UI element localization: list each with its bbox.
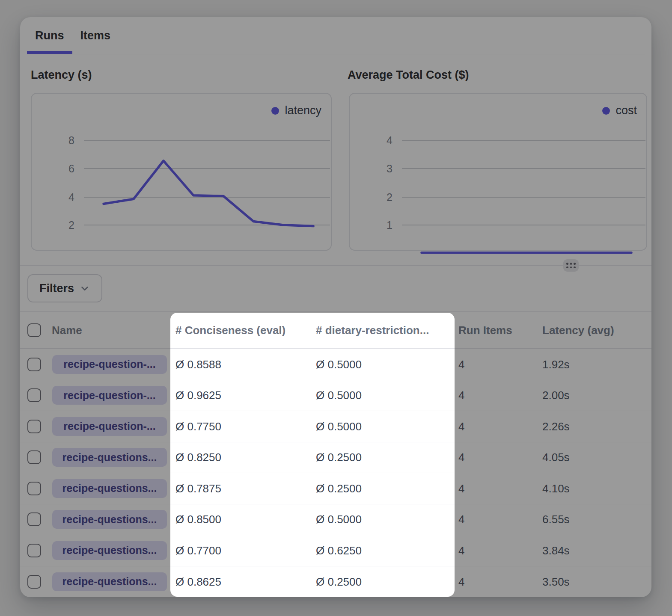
svg-text:2: 2 [68,219,74,231]
row-checkbox[interactable] [27,512,41,526]
latency-avg-value: 1.92s [542,358,570,371]
tab-bar: Runs Items [27,17,645,54]
tab-items[interactable]: Items [72,17,119,54]
run-name-badge[interactable]: recipe-questions... [52,572,167,591]
run-items-value: 4 [458,482,464,495]
row-checkbox[interactable] [27,575,41,589]
row-checkbox[interactable] [27,358,41,371]
table-body: recipe-question-... Ø 0.8588 Ø 0.5000 4 … [20,349,651,597]
table-row: recipe-questions... Ø 0.8250 Ø 0.2500 4 … [20,442,651,474]
tab-items-label: Items [80,29,111,42]
latency-avg-value: 6.55s [542,513,570,526]
latency-avg-value: 3.84s [542,544,570,557]
table-row: recipe-question-... Ø 0.9625 Ø 0.5000 4 … [20,380,651,412]
cost-chart-title: Average Total Cost ($) [348,68,469,82]
dietary-restriction-score-value: Ø 0.2500 [316,451,362,464]
dietary-restriction-score-value: Ø 0.2500 [316,575,362,588]
row-checkbox[interactable] [27,420,41,433]
latency-avg-value: 4.05s [542,451,570,464]
run-name-badge[interactable]: recipe-questions... [52,510,167,529]
latency-chart-title: Latency (s) [31,68,92,82]
column-header-conciseness[interactable]: # Conciseness (eval) [175,324,285,337]
tab-runs-label: Runs [35,29,64,42]
cost-line-chart: 4321 [350,94,648,252]
cost-legend-dot-icon [602,107,610,115]
section-divider [20,265,651,266]
dietary-restriction-score-value: Ø 0.5000 [316,358,362,371]
screen: Runs Items Latency (s) Average Total Cos… [0,0,672,616]
svg-text:8: 8 [68,134,74,146]
select-all-checkbox[interactable] [27,323,41,337]
latency-line-chart: 8642 [32,94,333,252]
latency-avg-value: 3.50s [542,575,570,588]
cost-legend: cost [602,104,637,117]
dietary-restriction-score-value: Ø 0.5000 [316,389,362,402]
run-name-badge[interactable]: recipe-questions... [52,448,167,467]
row-checkbox[interactable] [27,544,41,557]
column-header-name[interactable]: Name [52,324,82,337]
row-checkbox[interactable] [27,482,41,495]
latency-legend-label: latency [285,104,321,117]
conciseness-score-value: Ø 0.7750 [175,420,221,433]
run-name-badge[interactable]: recipe-questions... [52,479,167,498]
run-items-value: 4 [458,358,464,371]
dietary-restriction-score-value: Ø 0.5000 [316,513,362,526]
row-checkbox[interactable] [27,450,41,464]
run-items-value: 4 [458,451,464,464]
svg-text:6: 6 [68,163,74,175]
run-name-badge[interactable]: recipe-question-... [52,355,167,374]
table-row: recipe-question-... Ø 0.8588 Ø 0.5000 4 … [20,349,651,380]
filters-button[interactable]: Filters [27,274,102,302]
conciseness-score-value: Ø 0.7875 [175,482,221,495]
latency-legend: latency [271,104,321,117]
run-items-value: 4 [458,420,464,433]
row-checkbox[interactable] [27,388,41,402]
conciseness-score-value: Ø 0.8588 [175,358,221,371]
svg-text:3: 3 [387,163,392,175]
conciseness-score-value: Ø 0.9625 [175,389,221,402]
run-name-badge[interactable]: recipe-question-... [52,386,167,405]
column-header-dietary-restriction[interactable]: # dietary-restriction... [316,324,429,337]
filters-button-label: Filters [39,282,74,295]
run-items-value: 4 [458,544,464,557]
table-header: Name # Conciseness (eval) # dietary-rest… [20,311,651,349]
column-header-latency-avg[interactable]: Latency (avg) [542,324,614,337]
conciseness-score-value: Ø 0.8250 [175,451,221,464]
conciseness-score-value: Ø 0.8625 [175,575,221,588]
svg-text:1: 1 [387,219,392,231]
run-name-badge[interactable]: recipe-question-... [52,417,167,436]
cost-legend-label: cost [616,104,637,117]
latency-chart: 8642 latency [31,93,332,251]
cost-chart: 4321 cost [349,93,647,251]
table-row: recipe-questions... Ø 0.7875 Ø 0.2500 4 … [20,473,651,504]
column-header-run-items[interactable]: Run Items [458,324,512,337]
dietary-restriction-score-value: Ø 0.2500 [316,482,362,495]
chevron-down-icon [79,283,90,294]
drag-handle[interactable] [563,259,579,272]
runs-panel-card: Runs Items Latency (s) Average Total Cos… [20,17,651,597]
conciseness-score-value: Ø 0.8500 [175,513,221,526]
table-row: recipe-questions... Ø 0.7700 Ø 0.6250 4 … [20,535,651,566]
svg-text:2: 2 [387,191,392,203]
table-row: recipe-question-... Ø 0.7750 Ø 0.5000 4 … [20,411,651,442]
table-row: recipe-questions... Ø 0.8625 Ø 0.2500 4 … [20,566,651,598]
run-items-value: 4 [458,513,464,526]
svg-text:4: 4 [387,134,392,146]
grip-dots-icon [566,263,576,268]
run-items-value: 4 [458,389,464,402]
svg-text:4: 4 [68,191,74,203]
latency-avg-value: 4.10s [542,482,570,495]
latency-legend-dot-icon [271,107,279,115]
dietary-restriction-score-value: Ø 0.5000 [316,420,362,433]
table-row: recipe-questions... Ø 0.8500 Ø 0.5000 4 … [20,504,651,536]
latency-avg-value: 2.26s [542,420,570,433]
run-items-value: 4 [458,575,464,588]
conciseness-score-value: Ø 0.7700 [175,544,221,557]
run-name-badge[interactable]: recipe-questions... [52,541,167,560]
tab-runs[interactable]: Runs [27,17,72,54]
dietary-restriction-score-value: Ø 0.6250 [316,544,362,557]
latency-avg-value: 2.00s [542,389,570,402]
